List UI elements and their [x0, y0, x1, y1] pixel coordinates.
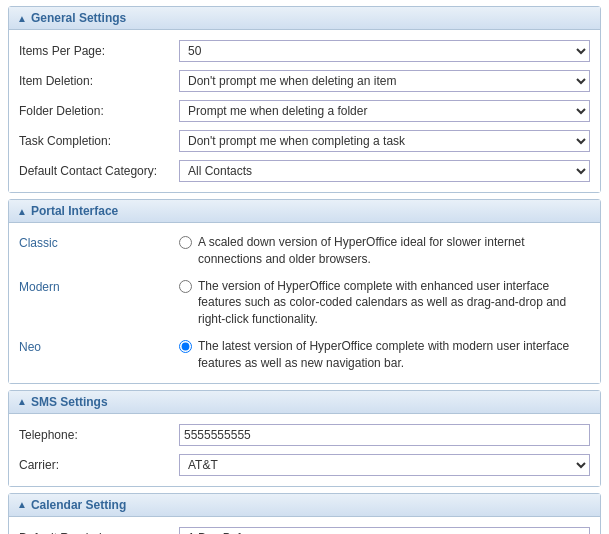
- sms-settings-title: SMS Settings: [31, 395, 108, 409]
- general-settings-section: ▲ General Settings Items Per Page: 50 10…: [8, 6, 601, 193]
- calendar-setting-header: ▲ Calendar Setting: [9, 494, 600, 517]
- sms-settings-header: ▲ SMS Settings: [9, 391, 600, 414]
- items-per-page-label: Items Per Page:: [19, 44, 179, 58]
- default-contact-select[interactable]: All Contacts Personal Business: [179, 160, 590, 182]
- modern-desc-text: The version of HyperOffice complete with…: [198, 278, 590, 328]
- folder-deletion-row: Folder Deletion: Prompt me when deleting…: [19, 96, 590, 126]
- task-completion-label: Task Completion:: [19, 134, 179, 148]
- folder-deletion-label: Folder Deletion:: [19, 104, 179, 118]
- portal-interface-title: Portal Interface: [31, 204, 118, 218]
- classic-description: A scaled down version of HyperOffice ide…: [179, 234, 590, 268]
- item-deletion-select[interactable]: Don't prompt me when deleting an item Pr…: [179, 70, 590, 92]
- folder-deletion-select[interactable]: Prompt me when deleting a folder Don't p…: [179, 100, 590, 122]
- portal-interface-body: Classic A scaled down version of HyperOf…: [9, 223, 600, 383]
- sms-settings-section: ▲ SMS Settings Telephone: Carrier: AT&T …: [8, 390, 601, 487]
- general-settings-body: Items Per Page: 50 10 25 100 Item Deleti…: [9, 30, 600, 192]
- portal-interface-header: ▲ Portal Interface: [9, 200, 600, 223]
- carrier-control: AT&T Verizon T-Mobile Sprint: [179, 454, 590, 476]
- neo-row: Neo The latest version of HyperOffice co…: [19, 333, 590, 377]
- default-reminder-control: None 15 Minutes Before 30 Minutes Before…: [179, 527, 590, 534]
- modern-label: Modern: [19, 278, 179, 294]
- telephone-input[interactable]: [179, 424, 590, 446]
- task-completion-select[interactable]: Don't prompt me when completing a task P…: [179, 130, 590, 152]
- item-deletion-label: Item Deletion:: [19, 74, 179, 88]
- general-settings-header: ▲ General Settings: [9, 7, 600, 30]
- general-settings-title: General Settings: [31, 11, 126, 25]
- classic-label: Classic: [19, 234, 179, 250]
- classic-desc-text: A scaled down version of HyperOffice ide…: [198, 234, 590, 268]
- items-per-page-select[interactable]: 50 10 25 100: [179, 40, 590, 62]
- telephone-label: Telephone:: [19, 428, 179, 442]
- telephone-control: [179, 424, 590, 446]
- items-per-page-row: Items Per Page: 50 10 25 100: [19, 36, 590, 66]
- carrier-select[interactable]: AT&T Verizon T-Mobile Sprint: [179, 454, 590, 476]
- classic-radio[interactable]: [179, 236, 192, 249]
- modern-row: Modern The version of HyperOffice comple…: [19, 273, 590, 333]
- task-completion-row: Task Completion: Don't prompt me when co…: [19, 126, 590, 156]
- neo-label: Neo: [19, 338, 179, 354]
- default-reminder-label: Default Reminder:: [19, 531, 179, 534]
- calendar-setting-section: ▲ Calendar Setting Default Reminder: Non…: [8, 493, 601, 534]
- telephone-row: Telephone:: [19, 420, 590, 450]
- general-settings-collapse-icon[interactable]: ▲: [17, 13, 27, 24]
- calendar-setting-title: Calendar Setting: [31, 498, 126, 512]
- item-deletion-row: Item Deletion: Don't prompt me when dele…: [19, 66, 590, 96]
- modern-description: The version of HyperOffice complete with…: [179, 278, 590, 328]
- carrier-label: Carrier:: [19, 458, 179, 472]
- neo-desc-text: The latest version of HyperOffice comple…: [198, 338, 590, 372]
- task-completion-control: Don't prompt me when completing a task P…: [179, 130, 590, 152]
- classic-row: Classic A scaled down version of HyperOf…: [19, 229, 590, 273]
- carrier-row: Carrier: AT&T Verizon T-Mobile Sprint: [19, 450, 590, 480]
- folder-deletion-control: Prompt me when deleting a folder Don't p…: [179, 100, 590, 122]
- neo-radio[interactable]: [179, 340, 192, 353]
- item-deletion-control: Don't prompt me when deleting an item Pr…: [179, 70, 590, 92]
- items-per-page-control: 50 10 25 100: [179, 40, 590, 62]
- default-reminder-select[interactable]: None 15 Minutes Before 30 Minutes Before…: [179, 527, 590, 534]
- sms-settings-body: Telephone: Carrier: AT&T Verizon T-Mobil…: [9, 414, 600, 486]
- default-reminder-row: Default Reminder: None 15 Minutes Before…: [19, 523, 590, 534]
- neo-description: The latest version of HyperOffice comple…: [179, 338, 590, 372]
- sms-settings-collapse-icon[interactable]: ▲: [17, 396, 27, 407]
- default-contact-label: Default Contact Category:: [19, 164, 179, 178]
- modern-radio[interactable]: [179, 280, 192, 293]
- portal-interface-section: ▲ Portal Interface Classic A scaled down…: [8, 199, 601, 384]
- default-contact-control: All Contacts Personal Business: [179, 160, 590, 182]
- default-contact-row: Default Contact Category: All Contacts P…: [19, 156, 590, 186]
- calendar-setting-collapse-icon[interactable]: ▲: [17, 499, 27, 510]
- portal-interface-collapse-icon[interactable]: ▲: [17, 206, 27, 217]
- calendar-setting-body: Default Reminder: None 15 Minutes Before…: [9, 517, 600, 534]
